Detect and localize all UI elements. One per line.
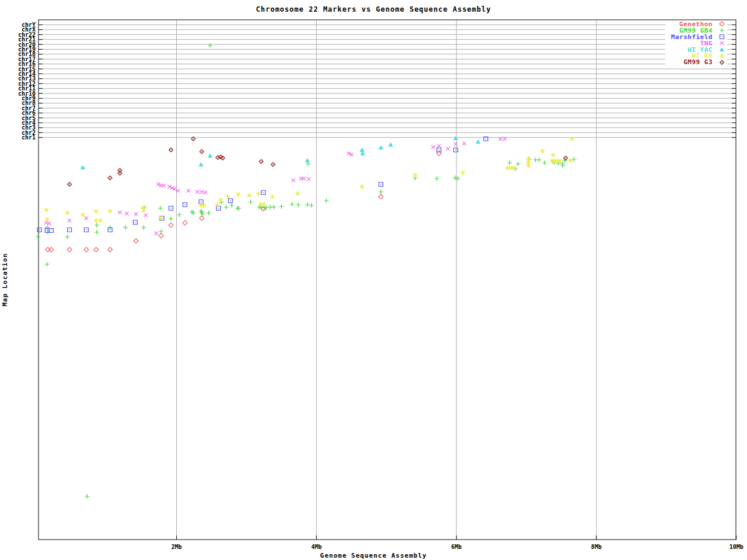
- gm99-gb4-point: [229, 203, 234, 208]
- tng-point: [47, 222, 51, 225]
- wi-yac-point: [81, 165, 86, 169]
- tng-point: [134, 212, 138, 216]
- gm99-gb4-point: [289, 202, 294, 206]
- marshfield-point: [183, 203, 187, 207]
- marshfield-point: [379, 183, 383, 187]
- gm99-gb4-point: [95, 230, 99, 235]
- gm99-gb4-point: [435, 176, 439, 181]
- wi-yac-point: [208, 153, 213, 158]
- wi-rh-point: [108, 209, 113, 214]
- genethon-point: [159, 233, 163, 238]
- tng-point: [437, 144, 441, 148]
- gm99-gb4-point: [516, 162, 521, 166]
- gm99-gb4-point: [159, 229, 163, 234]
- genethon-point: [108, 247, 113, 252]
- y-axis-title: Map Location: [1, 242, 9, 318]
- wi-rh-point: [256, 191, 261, 196]
- wi-rh-point: [225, 194, 230, 199]
- x-axis-title: Genome Sequence Assembly: [0, 552, 747, 559]
- tng-point: [85, 216, 88, 220]
- tng-point: [302, 177, 306, 180]
- tng-point: [431, 145, 435, 149]
- x-tick-label: 4Mb: [311, 544, 322, 550]
- wi-rh-point: [568, 158, 573, 163]
- tng-point: [292, 178, 295, 182]
- gm99-g3-point: [564, 156, 568, 160]
- legend: GenethonGM99 GB4MarshfieldTNGWI YACWI RH…: [665, 20, 727, 67]
- wi-rh-point: [558, 159, 563, 163]
- wi-rh-point: [45, 217, 50, 222]
- wi-rh-point: [81, 212, 85, 217]
- x-tick-label: 8Mb: [591, 544, 602, 550]
- gm99-gb4-point: [309, 203, 314, 208]
- gm99-g3-point: [271, 163, 275, 167]
- wi-rh-point: [236, 192, 240, 197]
- legend-row: Marshfield: [671, 34, 726, 40]
- wi-rh-point: [201, 203, 206, 208]
- tng-point: [118, 211, 121, 214]
- genethon-point: [169, 223, 173, 228]
- gm99-gb4-point: [279, 204, 284, 209]
- x-tick-label: 6Mb: [451, 544, 462, 550]
- wi-rh-point: [44, 208, 48, 212]
- tng-point: [144, 214, 148, 217]
- gm99-g3-point: [169, 148, 173, 152]
- wi-rh-point: [295, 191, 300, 196]
- gm99-gb4-point: [169, 216, 173, 221]
- chart-canvas: Chromosome 22 Markers vs Genome Sequence…: [0, 0, 747, 560]
- wi-rh-point: [551, 153, 556, 158]
- gm99-gb4-point: [572, 157, 577, 162]
- gm99-g3-point: [200, 150, 204, 154]
- marshfield-point: [453, 148, 458, 152]
- genethon-point: [84, 247, 89, 252]
- scatter-plot-area: 2Mb4Mb6Mb8Mb10MbchrYchrXchr22chr21chr20c…: [0, 0, 747, 560]
- marshfield-point: [261, 191, 266, 195]
- wi-rh-point: [247, 193, 252, 198]
- wi-rh-point: [261, 202, 266, 206]
- tng-point: [462, 142, 466, 145]
- wi-yac-point: [388, 142, 393, 146]
- genethon-point: [183, 220, 187, 225]
- wi-rh-point: [540, 149, 545, 153]
- tng-point: [446, 147, 450, 150]
- wi-rh-point: [215, 202, 219, 207]
- tng-point: [68, 219, 71, 222]
- marshfield-point: [84, 228, 88, 232]
- gm99-gb4-point: [95, 223, 99, 228]
- tng-point: [125, 212, 128, 215]
- gm99-gb4-point: [85, 494, 89, 499]
- wi-rh-point: [65, 211, 69, 215]
- wi-rh-point: [526, 163, 531, 168]
- gm99-gb4-point: [249, 200, 253, 204]
- wi-rh-point: [141, 208, 146, 213]
- wi-rh-point: [570, 136, 574, 141]
- marshfield-point: [68, 228, 72, 232]
- gm99-gb4-point: [123, 225, 128, 230]
- wi-rh-point: [94, 209, 99, 214]
- gm99-gb4-point: [296, 202, 301, 207]
- tng-point: [454, 142, 458, 146]
- tng-point: [196, 190, 199, 194]
- wi-yac-point: [453, 136, 459, 140]
- wi-yac-point: [359, 148, 365, 152]
- gm99-gb4-point: [507, 160, 512, 165]
- gm99-gb4-point: [305, 202, 310, 207]
- wi-rh-point: [511, 166, 516, 170]
- genethon-point: [94, 247, 99, 252]
- marshfield-point: [133, 220, 137, 225]
- x-tick-label: 10Mb: [729, 544, 743, 550]
- wi-rh-point: [98, 218, 103, 223]
- gm99-gb4-point: [177, 212, 181, 217]
- wi-rh-point: [359, 184, 364, 189]
- plot-frame: [39, 20, 736, 540]
- gm99-gb4-point: [537, 158, 542, 162]
- x-tick-label: 2Mb: [171, 544, 181, 550]
- legend-label: GM99 G3: [683, 58, 713, 66]
- wi-rh-point: [413, 173, 417, 177]
- gm99-gb4-point: [324, 198, 329, 203]
- wi-yac-point: [198, 162, 204, 166]
- gm99-gb4-point: [45, 262, 50, 267]
- gm99-gb4-point: [36, 235, 40, 239]
- gm99-gb4-point: [259, 205, 264, 210]
- gm99-gb4-point: [264, 205, 268, 210]
